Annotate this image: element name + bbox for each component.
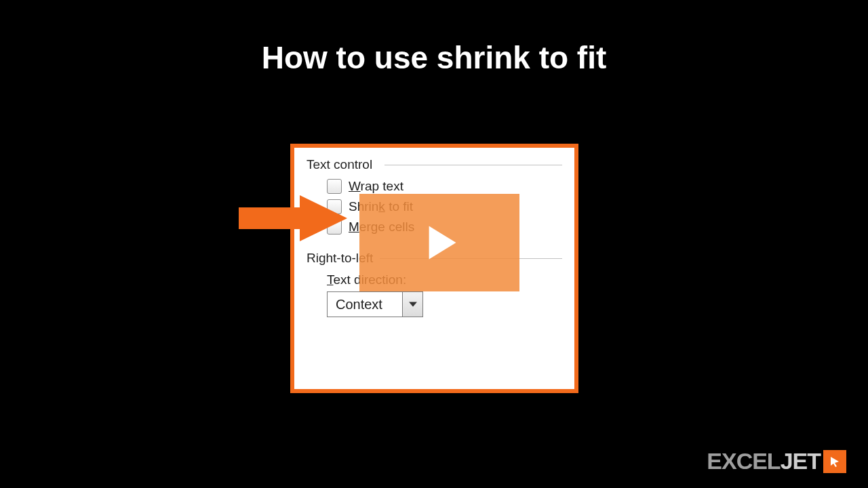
wrap-text-label: Wrap text — [349, 179, 403, 194]
page-title: How to use shrink to fit — [0, 39, 868, 76]
combo-dropdown-button[interactable] — [402, 292, 422, 317]
merge-cells-checkbox[interactable] — [327, 220, 342, 235]
logo-mark — [823, 450, 846, 473]
text-direction-combo[interactable]: Context — [327, 291, 423, 317]
wrap-text-checkbox[interactable] — [327, 179, 342, 194]
svg-marker-2 — [429, 226, 456, 260]
play-icon — [416, 219, 463, 266]
wrap-text-option[interactable]: Wrap text — [327, 179, 562, 194]
divider — [384, 165, 562, 165]
shrink-to-fit-checkbox[interactable] — [327, 199, 342, 214]
svg-marker-0 — [409, 302, 417, 306]
logo-text: EXCELJET — [707, 448, 821, 474]
chevron-down-icon — [409, 300, 417, 308]
svg-marker-3 — [831, 457, 839, 467]
play-button[interactable] — [359, 194, 519, 291]
cursor-icon — [828, 455, 842, 468]
exceljet-logo: EXCELJET — [707, 448, 846, 474]
text-control-legend-text: Text control — [307, 157, 372, 171]
video-thumbnail: How to use shrink to fit Text control Wr… — [0, 0, 868, 488]
text-direction-value: Context — [328, 292, 402, 317]
text-control-group-label: Text control — [307, 157, 562, 172]
